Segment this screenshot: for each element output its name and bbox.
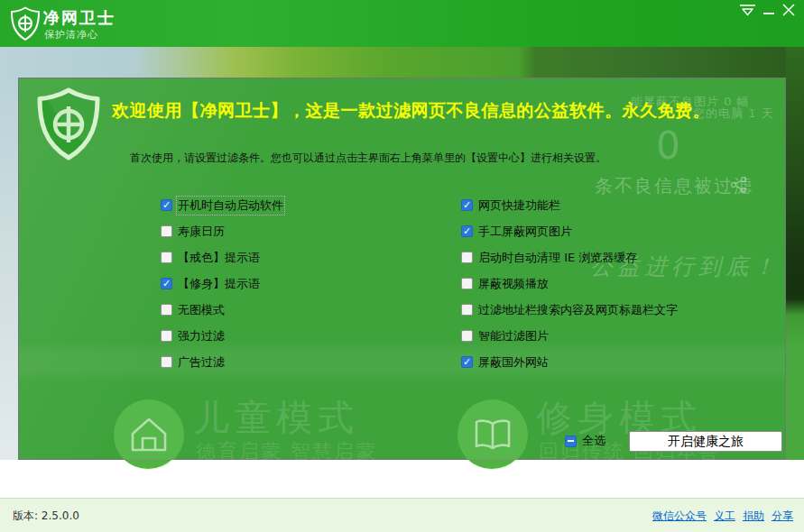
- option-autostart[interactable]: 开机时自动启动软件: [161, 192, 283, 218]
- options-column-right: 网页快捷功能栏 手工屏蔽网页图片 启动时自动清理 IE 浏览器缓存 屏蔽视频播放…: [461, 192, 678, 375]
- select-all-checkbox[interactable]: 全选: [565, 433, 605, 449]
- option-no-image-mode[interactable]: 无图模式: [161, 297, 283, 323]
- option-web-quickbar[interactable]: 网页快捷功能栏: [461, 192, 678, 218]
- checkbox[interactable]: [161, 304, 172, 316]
- share-icon: [730, 176, 748, 197]
- checkbox[interactable]: [161, 356, 172, 368]
- options-column-left: 开机时自动启动软件 寿康日历 【戒色】提示语 【修身】提示语 无图模式 强力过滤: [161, 192, 283, 375]
- mode-circle-arc-right: [457, 460, 527, 469]
- background-main-window-top: [0, 47, 786, 78]
- option-ad-filter[interactable]: 广告过滤: [161, 349, 283, 375]
- main-menu-icon[interactable]: [737, 2, 757, 18]
- house-icon: [130, 417, 168, 453]
- option-block-video[interactable]: 屏蔽视频播放: [461, 271, 678, 297]
- footer-links: 微信公众号 义工 捐助 分享: [652, 509, 793, 524]
- link-volunteer[interactable]: 义工: [714, 509, 735, 524]
- selfcultivation-mode-circle: [457, 399, 528, 470]
- checkbox[interactable]: [461, 304, 473, 316]
- link-wechat-official[interactable]: 微信公众号: [652, 509, 707, 524]
- background-lower-panel: [0, 460, 804, 498]
- app-window: 净网卫士 保护清净心 版本: 2.5.0.0 微信公众号 义工: [0, 0, 804, 532]
- checkbox[interactable]: [161, 199, 172, 211]
- checkbox[interactable]: [461, 199, 473, 211]
- link-donate[interactable]: 捐助: [743, 509, 764, 524]
- checkbox[interactable]: [161, 225, 172, 237]
- background-left-edge: [0, 78, 18, 460]
- option-shoukang-calendar[interactable]: 寿康日历: [161, 218, 283, 244]
- child-mode-circle: [114, 399, 184, 470]
- checkbox[interactable]: [161, 330, 172, 342]
- checkbox[interactable]: [461, 330, 473, 342]
- option-block-foreign-sites[interactable]: 屏蔽国外网站: [461, 349, 678, 375]
- minimize-icon[interactable]: [759, 2, 779, 18]
- welcome-dialog: 能屏蔽不良图片 0 幅 您的电脑 1 天 0 条不良信息被过滤 公益进行到底！ …: [18, 78, 786, 460]
- app-tagline: 保护清净心: [44, 28, 98, 41]
- version-label: 版本: 2.5.0.0: [13, 509, 79, 524]
- watermark-filtered-count: 0: [656, 124, 680, 168]
- option-xiushen-tip[interactable]: 【修身】提示语: [161, 271, 283, 297]
- checkbox[interactable]: [565, 436, 577, 447]
- dialog-shield-icon: [35, 87, 102, 161]
- book-icon: [473, 417, 513, 452]
- select-all-label: 全选: [582, 433, 605, 449]
- dialog-subtitle: 首次使用，请设置过滤条件。您也可以通过点击主界面右上角菜单里的【设置中心】进行相…: [130, 151, 606, 166]
- child-mode-title: 儿童模式: [193, 393, 359, 443]
- dialog-title: 欢迎使用【净网卫士】，这是一款过滤网页不良信息的公益软件。永久免费。: [112, 99, 710, 123]
- app-title: 净网卫士: [43, 7, 116, 29]
- status-bar: 版本: 2.5.0.0 微信公众号 义工 捐助 分享: [0, 498, 804, 532]
- option-strong-filter[interactable]: 强力过滤: [161, 323, 283, 349]
- title-bar: 净网卫士 保护清净心: [0, 0, 804, 47]
- mode-circle-arc-left: [113, 460, 183, 469]
- option-manual-block-images[interactable]: 手工屏蔽网页图片: [461, 218, 678, 244]
- link-share[interactable]: 分享: [772, 509, 793, 524]
- close-icon[interactable]: [779, 2, 799, 18]
- option-clear-ie-cache[interactable]: 启动时自动清理 IE 浏览器缓存: [461, 244, 678, 271]
- option-jiese-tip[interactable]: 【戒色】提示语: [161, 244, 283, 271]
- app-logo-shield-icon: [10, 6, 41, 41]
- start-journey-button[interactable]: 开启健康之旅: [629, 431, 782, 452]
- checkbox[interactable]: [161, 252, 172, 263]
- checkbox[interactable]: [461, 278, 473, 289]
- checkbox[interactable]: [461, 225, 473, 237]
- checkbox[interactable]: [461, 252, 473, 263]
- checkbox[interactable]: [161, 278, 172, 289]
- background-right-edge: [786, 47, 804, 460]
- option-smart-filter-images[interactable]: 智能过滤图片: [461, 323, 678, 349]
- option-filter-addressbar-title[interactable]: 过滤地址栏搜索内容及网页标题栏文字: [461, 297, 678, 323]
- checkbox[interactable]: [461, 356, 473, 368]
